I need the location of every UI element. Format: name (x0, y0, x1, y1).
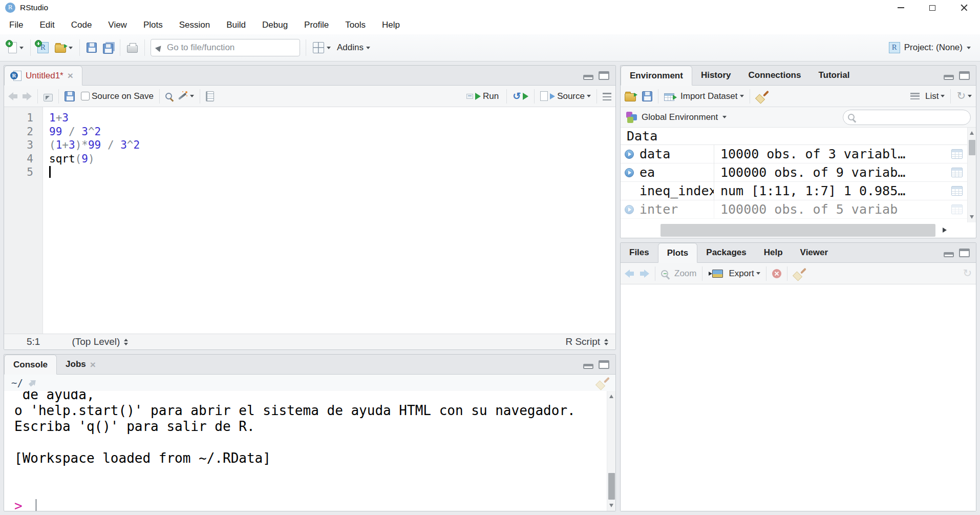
menu-item-help[interactable]: Help (374, 16, 408, 34)
plots-tab-viewer[interactable]: Viewer (792, 243, 837, 262)
view-data-grid-icon[interactable] (951, 168, 963, 177)
close-icon[interactable]: × (90, 360, 96, 369)
environment-hscrollbar[interactable] (621, 224, 967, 238)
project-menu[interactable]: Project: (None) (886, 39, 975, 56)
environment-row-inter[interactable]: inter100000 obs. of 5 variab (621, 200, 976, 219)
close-button[interactable] (948, 0, 980, 15)
save-button[interactable] (83, 40, 100, 55)
forward-button[interactable] (23, 92, 32, 100)
code-tools-icon[interactable] (177, 91, 188, 102)
previous-plot-button[interactable] (625, 270, 634, 278)
console-output[interactable]: de ayuda,o 'help.start()' para abrir el … (4, 391, 615, 511)
environment-tab-tutorial[interactable]: Tutorial (809, 66, 858, 85)
menu-item-build[interactable]: Build (218, 16, 254, 34)
source-button[interactable]: Source (557, 91, 585, 101)
maximize-pane-icon[interactable] (599, 71, 609, 80)
plots-tab-packages[interactable]: Packages (697, 243, 755, 262)
maximize-pane-icon[interactable] (959, 249, 970, 257)
rerun-icon[interactable]: ↺ (513, 91, 521, 101)
menu-item-session[interactable]: Session (171, 16, 218, 34)
scroll-thumb[interactable] (969, 140, 975, 155)
import-dataset-button[interactable]: Import Dataset (680, 91, 738, 101)
maximize-button[interactable] (917, 0, 948, 15)
environment-row-ineq_index[interactable]: ineq_indexnum [1:11, 1:7] 1 0.985… (621, 182, 976, 200)
zoom-plot-button[interactable]: Zoom (674, 269, 696, 279)
environment-row-ea[interactable]: ea100000 obs. of 9 variab… (621, 163, 976, 182)
minimize-button[interactable] (885, 0, 917, 15)
goto-file-input[interactable] (167, 43, 294, 53)
print-button[interactable] (124, 40, 141, 55)
environment-tab-environment[interactable]: Environment (621, 66, 692, 86)
load-workspace-icon[interactable] (625, 93, 636, 101)
list-view-button[interactable]: List (925, 91, 939, 101)
goto-directory-icon[interactable] (28, 378, 38, 388)
console-tab-console[interactable]: Console (4, 355, 57, 375)
save-all-button[interactable] (100, 39, 116, 56)
source-on-save-checkbox[interactable] (81, 92, 90, 100)
new-project-button[interactable] (34, 39, 52, 56)
scroll-thumb[interactable] (608, 473, 615, 500)
environment-tab-history[interactable]: History (692, 66, 740, 85)
view-data-grid-icon[interactable] (951, 204, 963, 214)
scroll-up-icon[interactable] (609, 395, 613, 398)
plots-tab-help[interactable]: Help (755, 243, 792, 262)
goto-file-box[interactable] (151, 39, 300, 56)
minimize-pane-icon[interactable] (583, 75, 593, 80)
scope-selector[interactable]: (Top Level) (72, 336, 128, 347)
save-workspace-icon[interactable] (642, 91, 652, 101)
clear-all-plots-icon[interactable] (793, 267, 805, 280)
clear-environment-icon[interactable] (756, 90, 768, 102)
find-replace-icon[interactable] (165, 93, 172, 99)
minimize-pane-icon[interactable] (944, 75, 954, 80)
back-button[interactable] (8, 92, 17, 100)
open-file-button[interactable] (52, 40, 76, 55)
scroll-right-icon[interactable] (943, 228, 947, 233)
export-plot-button[interactable]: Export (729, 269, 754, 279)
source-tab-untitled1[interactable]: Untitled1* × (4, 66, 82, 86)
environment-scope-dropdown[interactable]: Global Environment (642, 112, 718, 122)
remove-plot-icon[interactable] (772, 269, 781, 278)
environment-tab-connections[interactable]: Connections (739, 66, 809, 85)
addins-dropdown[interactable]: Addins (334, 40, 373, 55)
scroll-thumb[interactable] (661, 224, 935, 237)
plots-tab-files[interactable]: Files (621, 243, 658, 262)
menu-item-tools[interactable]: Tools (337, 16, 374, 34)
refresh-icon[interactable]: ↻ (956, 91, 966, 101)
environment-scrollbar[interactable] (967, 128, 976, 222)
clear-console-icon[interactable] (596, 377, 608, 389)
console-tab-jobs[interactable]: Jobs× (57, 355, 104, 374)
run-button[interactable]: Run (483, 91, 499, 101)
refresh-plots-icon[interactable]: ↻ (963, 268, 972, 279)
open-in-new-window-icon[interactable] (44, 94, 53, 101)
plots-tab-plots[interactable]: Plots (658, 243, 698, 263)
environment-search-input[interactable] (857, 113, 970, 122)
menu-item-code[interactable]: Code (63, 16, 100, 34)
menu-item-profile[interactable]: Profile (296, 16, 337, 34)
document-outline-icon[interactable] (603, 93, 611, 100)
new-file-button[interactable] (5, 39, 27, 56)
maximize-pane-icon[interactable] (599, 360, 609, 369)
minimize-pane-icon[interactable] (944, 252, 954, 257)
expand-icon[interactable] (625, 205, 634, 214)
save-icon[interactable] (65, 91, 75, 101)
menu-item-debug[interactable]: Debug (254, 16, 296, 34)
expand-icon[interactable] (625, 150, 634, 159)
maximize-pane-icon[interactable] (959, 71, 970, 80)
menu-item-view[interactable]: View (100, 16, 135, 34)
menu-item-plots[interactable]: Plots (135, 16, 171, 34)
next-plot-button[interactable] (640, 270, 649, 278)
doc-type-selector[interactable]: R Script (565, 336, 608, 347)
environment-search-box[interactable] (843, 110, 971, 125)
view-data-grid-icon[interactable] (951, 186, 963, 196)
code-area[interactable]: 1+399 / 3^2(1+3)*99 / 3^2sqrt(9) (43, 107, 615, 334)
compile-report-icon[interactable] (206, 91, 214, 101)
menu-item-edit[interactable]: Edit (31, 16, 62, 34)
view-data-grid-icon[interactable] (951, 149, 963, 159)
pane-layout-button[interactable] (310, 39, 334, 56)
menu-item-file[interactable]: File (1, 16, 31, 34)
scroll-down-icon[interactable] (609, 504, 613, 507)
console-scrollbar[interactable] (607, 391, 615, 511)
code-editor[interactable]: 12345 1+399 / 3^2(1+3)*99 / 3^2sqrt(9) (4, 107, 615, 334)
environment-row-data[interactable]: data10000 obs. of 3 variabl… (621, 145, 976, 163)
scroll-down-icon[interactable] (970, 215, 974, 219)
